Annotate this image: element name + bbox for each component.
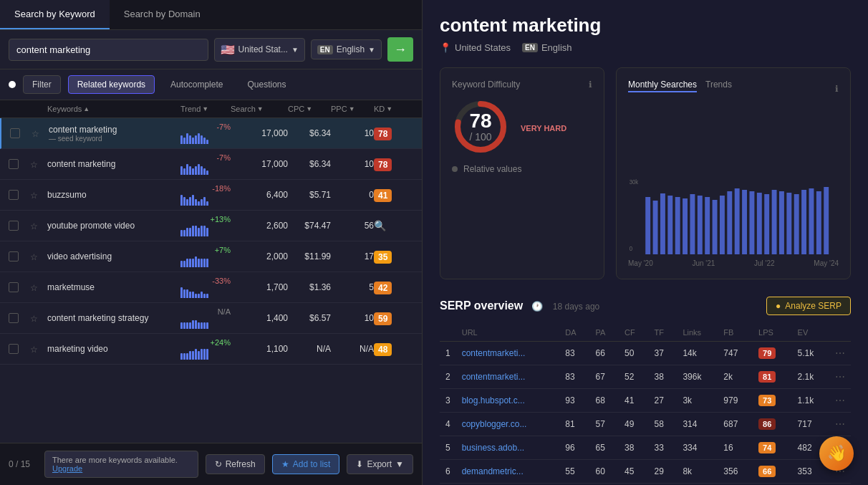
col-trend-arrow: ▼ [202,105,208,112]
col-ppc-label: PPC [331,105,347,113]
serp-row[interactable]: 1 contentmarketi... 83 66 50 37 14k 747 … [440,342,851,365]
row-star[interactable]: ☆ [32,129,39,139]
col-keywords-header[interactable]: Keywords ▲ [47,105,180,113]
col-search-header[interactable]: Search ▼ [231,105,288,113]
serp-row[interactable]: 3 blog.hubspot.c... 93 68 41 27 3k 979 7… [440,389,851,413]
tab-monthly-searches[interactable]: Monthly Searches [628,80,697,92]
table-row[interactable]: ☆ buzzsumo -18% 6,400 $5.71 0 41 [0,180,422,211]
table-row[interactable]: ☆ marketmuse -33% 1,700 $1.36 5 42 [0,272,422,303]
row-checkbox[interactable] [9,344,19,354]
tab-trends[interactable]: Trends [705,80,732,92]
country-label: United Stat... [238,44,288,54]
serp-url-link[interactable]: demandmetric... [462,466,524,476]
tab-domain[interactable]: Search by Domain [110,0,215,29]
country-selector[interactable]: 🇺🇸 United Stat... ▼ [214,38,305,62]
row-checkbox[interactable] [9,159,19,169]
kd-info-icon[interactable]: ℹ [589,80,592,90]
row-checkbox[interactable] [9,282,19,292]
row-ppc-value: 0 [331,190,374,200]
row-menu-dots[interactable]: ⋯ [835,347,845,359]
col-trend-header[interactable]: Trend ▼ [180,105,231,113]
add-to-list-button[interactable]: ★ Add to list [272,454,340,474]
chart-info-icon[interactable]: ℹ [835,84,839,94]
row-keyword-cell: youtube promote video [47,221,180,231]
serp-row[interactable]: 6 demandmetric... 55 60 45 29 8k 356 66 … [440,460,851,484]
col-cpc-header[interactable]: CPC ▼ [288,105,331,113]
tab-related-keywords[interactable]: Related keywords [68,75,155,94]
row-cpc-value: $5.71 [288,190,331,200]
col-ppc-header[interactable]: PPC ▼ [331,105,374,113]
row-star[interactable]: ☆ [30,345,38,355]
row-star[interactable]: ☆ [30,191,38,201]
mini-bar [201,135,203,144]
upgrade-link[interactable]: Upgrade [52,464,82,473]
row-search-value: 17,000 [231,159,288,169]
export-button[interactable]: ⬇ Export ▼ [347,454,413,474]
serp-row[interactable]: 5 business.adob... 96 65 38 33 334 16 74… [440,436,851,460]
row-star[interactable]: ☆ [30,221,38,231]
row-trend-value: +13% [180,215,231,224]
svg-rect-25 [801,190,806,254]
chat-fab-button[interactable]: 👋 [819,436,854,471]
row-checkbox[interactable] [9,251,19,261]
mini-bar [192,351,194,360]
serp-url-cell: blog.hubspot.c... [456,389,560,413]
row-menu-dots[interactable]: ⋯ [835,371,845,383]
table-row[interactable]: ☆ content marketing -7% 17,000 $6.34 10 … [0,149,422,180]
table-row[interactable]: ☆ marketing video +24% 1,100 N/A N/A 48 [0,334,422,365]
col-actions-header [829,324,851,342]
row-checkbox[interactable] [9,313,19,323]
serp-row[interactable]: 4 copyblogger.co... 81 57 49 58 314 687 … [440,413,851,436]
serp-tf: 33 [649,436,677,460]
row-mini-bars [180,287,231,298]
left-panel: Search by Keyword Search by Domain 🇺🇸 Un… [0,0,423,485]
row-ppc-value: 10 [331,159,374,169]
mini-bar [203,349,206,360]
row-checkbox-cell [9,313,30,323]
serp-url-link[interactable]: contentmarketi... [462,372,526,382]
analyze-serp-button[interactable]: ● Analyze SERP [766,297,851,315]
row-star[interactable]: ☆ [30,283,38,293]
row-menu-dots[interactable]: ⋯ [835,395,845,406]
row-star-cell: ☆ [30,313,47,324]
serp-ev: 2.1k [792,365,829,389]
table-row[interactable]: ☆ youtube promote video +13% 2,600 $74.4… [0,211,422,241]
table-row[interactable]: ☆ content marketing — seed keyword -7% 1… [0,118,422,149]
row-star[interactable]: ☆ [30,160,38,170]
keyword-search-input[interactable] [9,39,208,61]
refresh-button[interactable]: ↻ Refresh [206,454,265,474]
serp-url-link[interactable]: copyblogger.co... [462,419,527,429]
add-to-list-label: Add to list [293,459,331,469]
row-menu-dots[interactable]: ⋯ [835,418,845,430]
row-star[interactable]: ☆ [30,252,38,262]
table-row[interactable]: ☆ content marketing strategy N/A 1,400 $… [0,303,422,334]
row-star-cell: ☆ [30,221,47,231]
row-checkbox[interactable] [10,128,20,138]
tab-keyword[interactable]: Search by Keyword [0,0,110,29]
row-trend-value: -7% [180,123,231,131]
mini-bar [198,259,200,267]
filter-button[interactable]: Filter [23,75,61,94]
serp-url-link[interactable]: business.adob... [462,443,524,453]
serp-row[interactable]: 2 contentmarketi... 83 67 52 38 396k 2k … [440,365,851,389]
tab-autocomplete[interactable]: Autocomplete [162,76,231,93]
serp-url-link[interactable]: blog.hubspot.c... [462,395,525,405]
serp-url-link[interactable]: contentmarketi... [462,348,526,358]
search-button[interactable]: → [387,37,413,62]
row-checkbox[interactable] [9,190,19,200]
row-cpc-value: $1.36 [288,282,331,292]
relative-values-label: Relative values [463,164,521,174]
row-checkbox[interactable] [9,221,19,231]
table-row[interactable]: ☆ video advertising +7% 2,000 $11.99 17 … [0,241,422,272]
mini-bar [201,349,203,360]
tab-questions[interactable]: Questions [238,76,294,93]
mini-bar [192,320,194,329]
mini-bar [195,166,197,175]
serp-table-body: 1 contentmarketi... 83 66 50 37 14k 747 … [440,342,851,484]
mini-bar [189,197,191,206]
col-kd-header[interactable]: KD ▼ [374,105,413,113]
row-star[interactable]: ☆ [30,314,38,324]
row-search-value: 1,700 [231,282,288,292]
language-selector[interactable]: EN English ▼ [311,39,382,59]
relative-values[interactable]: Relative values [452,164,592,174]
